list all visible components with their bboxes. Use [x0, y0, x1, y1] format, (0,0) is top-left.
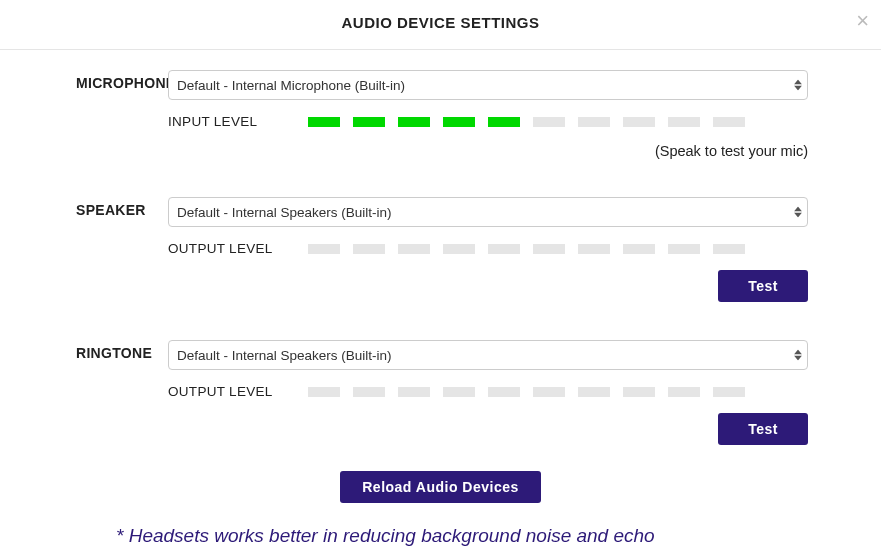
input-level-row: INPUT LEVEL	[168, 114, 808, 129]
level-bar	[398, 117, 430, 127]
level-bar	[668, 387, 700, 397]
level-bar	[443, 117, 475, 127]
microphone-section: MICROPHONE Default - Internal Microphone…	[16, 70, 865, 159]
level-bar	[533, 117, 565, 127]
ringtone-select[interactable]: Default - Internal Speakers (Built-in)	[168, 340, 808, 370]
level-bar	[623, 387, 655, 397]
dialog-title: AUDIO DEVICE SETTINGS	[0, 14, 881, 31]
level-bar	[398, 244, 430, 254]
ringtone-level-row: OUTPUT LEVEL	[168, 384, 808, 399]
level-bar	[353, 117, 385, 127]
speaker-level-label: OUTPUT LEVEL	[168, 241, 308, 256]
level-bar	[578, 117, 610, 127]
level-bar	[713, 244, 745, 254]
level-bar	[713, 387, 745, 397]
reload-audio-devices-button[interactable]: Reload Audio Devices	[340, 471, 541, 503]
ringtone-select-wrap: Default - Internal Speakers (Built-in)	[168, 340, 808, 370]
close-icon: ×	[856, 8, 869, 33]
reload-row: Reload Audio Devices	[16, 471, 865, 503]
level-bar	[533, 244, 565, 254]
level-bar	[713, 117, 745, 127]
speaker-section: SPEAKER Default - Internal Speakers (Bui…	[16, 197, 865, 302]
level-bar	[488, 244, 520, 254]
close-button[interactable]: ×	[856, 10, 869, 32]
level-bar	[533, 387, 565, 397]
level-bar	[578, 387, 610, 397]
dialog-header: AUDIO DEVICE SETTINGS ×	[0, 0, 881, 50]
level-bar	[353, 387, 385, 397]
speaker-select-wrap: Default - Internal Speakers (Built-in)	[168, 197, 808, 227]
ringtone-controls: Default - Internal Speakers (Built-in) O…	[168, 340, 865, 445]
speaker-level-row: OUTPUT LEVEL	[168, 241, 808, 256]
level-bar	[308, 244, 340, 254]
level-bar	[623, 117, 655, 127]
level-bar	[308, 117, 340, 127]
ringtone-level-meter	[308, 387, 745, 397]
level-bar	[623, 244, 655, 254]
ringtone-test-row: Test	[168, 413, 808, 445]
ringtone-test-button[interactable]: Test	[718, 413, 808, 445]
level-bar	[308, 387, 340, 397]
speaker-controls: Default - Internal Speakers (Built-in) O…	[168, 197, 865, 302]
microphone-controls: Default - Internal Microphone (Built-in)…	[168, 70, 865, 159]
level-bar	[353, 244, 385, 254]
speaker-test-button[interactable]: Test	[718, 270, 808, 302]
speaker-label: SPEAKER	[16, 197, 168, 218]
input-level-label: INPUT LEVEL	[168, 114, 308, 129]
level-bar	[443, 387, 475, 397]
level-bar	[668, 244, 700, 254]
footnote-text: * Headsets works better in reducing back…	[16, 525, 865, 546]
level-bar	[398, 387, 430, 397]
level-bar	[488, 387, 520, 397]
level-bar	[668, 117, 700, 127]
speaker-test-row: Test	[168, 270, 808, 302]
dialog-content: MICROPHONE Default - Internal Microphone…	[0, 50, 881, 546]
microphone-label: MICROPHONE	[16, 70, 168, 91]
level-bar	[578, 244, 610, 254]
level-bar	[488, 117, 520, 127]
ringtone-level-label: OUTPUT LEVEL	[168, 384, 308, 399]
speaker-select[interactable]: Default - Internal Speakers (Built-in)	[168, 197, 808, 227]
level-bar	[443, 244, 475, 254]
ringtone-label: RINGTONE	[16, 340, 168, 361]
microphone-hint: (Speak to test your mic)	[168, 143, 808, 159]
microphone-select-wrap: Default - Internal Microphone (Built-in)	[168, 70, 808, 100]
microphone-select[interactable]: Default - Internal Microphone (Built-in)	[168, 70, 808, 100]
input-level-meter	[308, 117, 745, 127]
speaker-level-meter	[308, 244, 745, 254]
ringtone-section: RINGTONE Default - Internal Speakers (Bu…	[16, 340, 865, 445]
